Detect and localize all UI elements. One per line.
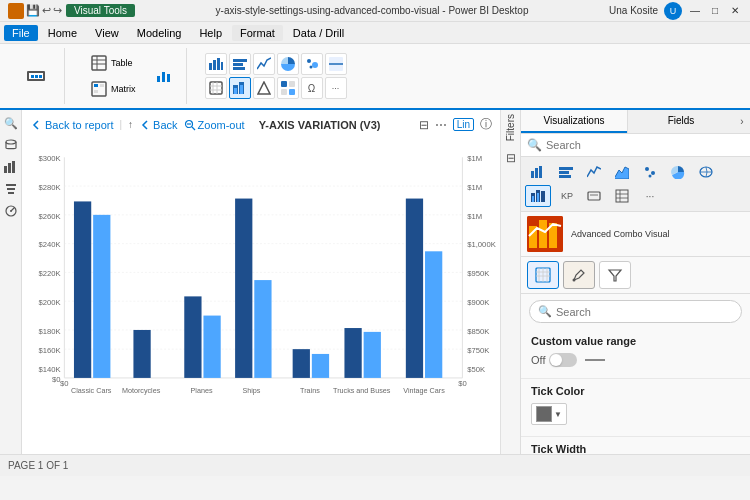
svg-rect-120 xyxy=(537,193,539,202)
vis-search-icon: 🔍 xyxy=(527,138,542,152)
vis-btn-5[interactable] xyxy=(301,53,323,75)
sidebar-icon-chart[interactable] xyxy=(2,158,20,176)
vis-btn-2[interactable] xyxy=(229,53,251,75)
vis-btn-10[interactable] xyxy=(277,77,299,99)
sidebar-icon-format[interactable] xyxy=(2,180,20,198)
filters-label: Filters xyxy=(505,114,516,141)
ribbon-btn-insert-matrix[interactable]: Matrix xyxy=(85,77,142,101)
tick-color-row: ▼ xyxy=(531,403,740,425)
main-content: 🔍 Back to report | ↑ Back xyxy=(0,110,750,454)
svg-rect-93 xyxy=(344,328,361,378)
svg-text:$180K: $180K xyxy=(38,327,61,336)
svg-text:$50K: $50K xyxy=(467,365,486,374)
app-icon xyxy=(8,3,24,19)
format-tab-filter[interactable] xyxy=(599,261,631,289)
sidebar-icon-data[interactable] xyxy=(2,136,20,154)
svg-rect-43 xyxy=(4,166,7,173)
vis-btn-3[interactable] xyxy=(253,53,275,75)
menu-home[interactable]: Home xyxy=(40,25,85,41)
info-icon[interactable]: ⓘ xyxy=(480,116,492,133)
menu-format[interactable]: Format xyxy=(232,25,283,41)
vis-icon-pie[interactable] xyxy=(665,161,691,183)
vis-btn-8[interactable] xyxy=(229,77,251,99)
menu-modeling[interactable]: Modeling xyxy=(129,25,190,41)
maximize-button[interactable]: □ xyxy=(708,4,722,18)
back-button[interactable]: Back xyxy=(139,119,177,131)
vis-icon-table[interactable] xyxy=(609,185,635,207)
sidebar-icon-search[interactable]: 🔍 xyxy=(2,114,20,132)
ribbon-btn-chart[interactable] xyxy=(150,64,178,88)
format-tab-paint[interactable] xyxy=(563,261,595,289)
format-tabs xyxy=(521,257,750,294)
format-tab-fields[interactable] xyxy=(527,261,559,289)
filter-funnel-icon[interactable]: ⊟ xyxy=(506,151,516,165)
vis-icon-more[interactable]: ··· xyxy=(637,185,663,207)
ellipsis-icon[interactable]: ⋯ xyxy=(435,118,447,132)
ribbon-group-2: Table Matrix xyxy=(77,48,187,104)
vis-btn-6[interactable] xyxy=(325,53,347,75)
vis-icon-map[interactable] xyxy=(693,161,719,183)
svg-text:$200K: $200K xyxy=(38,298,61,307)
svg-text:$240K: $240K xyxy=(38,240,61,249)
sidebar-icon-analytics[interactable] xyxy=(2,202,20,220)
ribbon-btn-1[interactable] xyxy=(16,58,56,94)
page-indicator: PAGE 1 OF 1 xyxy=(8,460,68,471)
vis-search-input[interactable] xyxy=(546,139,744,151)
vis-icon-hbar[interactable] xyxy=(553,161,579,183)
svg-text:$140K: $140K xyxy=(38,365,61,374)
vis-icon-kpi[interactable]: KPI xyxy=(553,185,579,207)
filters-strip[interactable]: Filters ⊟ xyxy=(500,110,520,454)
svg-rect-90 xyxy=(254,280,271,378)
user-avatar: U xyxy=(664,2,682,20)
filter-icon[interactable]: ⊟ xyxy=(419,118,429,132)
vis-search-bar: 🔍 xyxy=(521,134,750,157)
toggle-off[interactable]: Off xyxy=(531,353,605,367)
svg-rect-48 xyxy=(8,192,14,194)
close-button[interactable]: ✕ xyxy=(728,4,742,18)
menu-help[interactable]: Help xyxy=(191,25,230,41)
svg-rect-108 xyxy=(539,166,542,178)
tab-fields[interactable]: Fields xyxy=(628,110,734,133)
minimize-button[interactable]: — xyxy=(688,4,702,18)
zoom-out-button[interactable]: Zoom-out xyxy=(184,119,245,131)
vis-icon-bar[interactable] xyxy=(525,161,551,183)
vis-icon-line[interactable] xyxy=(581,161,607,183)
svg-rect-4 xyxy=(39,75,42,78)
user-name: Una Kosite xyxy=(609,5,658,16)
svg-text:$160K: $160K xyxy=(38,346,61,355)
back-to-report-button[interactable]: Back to report xyxy=(30,119,113,131)
svg-rect-85 xyxy=(93,215,110,378)
menu-file[interactable]: File xyxy=(4,25,38,41)
vis-name: Advanced Combo Visual xyxy=(571,229,669,239)
title-bar-left: 💾 ↩ ↪ Visual Tools xyxy=(8,3,135,19)
menu-view[interactable]: View xyxy=(87,25,127,41)
vis-btn-1[interactable] xyxy=(205,53,227,75)
ribbon-btn-insert-table[interactable]: Table xyxy=(85,51,142,75)
vis-btn-9[interactable] xyxy=(253,77,275,99)
tab-visualizations[interactable]: Visualizations xyxy=(521,110,627,133)
vis-icon-scatter[interactable] xyxy=(637,161,663,183)
toggle-thumb xyxy=(550,354,562,366)
svg-marker-141 xyxy=(609,270,621,281)
panel-expand-icon[interactable]: › xyxy=(734,110,750,133)
svg-text:Motorcycles: Motorcycles xyxy=(122,386,161,395)
title-right: Una Kosite U — □ ✕ xyxy=(609,2,742,20)
svg-rect-47 xyxy=(7,188,15,190)
format-search-input[interactable] xyxy=(556,306,733,318)
svg-text:Classic Cars: Classic Cars xyxy=(71,386,112,395)
vis-btn-4[interactable] xyxy=(277,53,299,75)
vis-icon-combo[interactable] xyxy=(525,185,551,207)
vis-btn-11[interactable]: Ω xyxy=(301,77,323,99)
svg-rect-44 xyxy=(8,163,11,173)
vis-icons-row: KPI ··· xyxy=(521,157,750,212)
toggle-track[interactable] xyxy=(549,353,577,367)
vis-icon-card[interactable] xyxy=(581,185,607,207)
vis-btn-7[interactable] xyxy=(205,77,227,99)
vis-btn-12[interactable]: ··· xyxy=(325,77,347,99)
svg-rect-94 xyxy=(364,332,381,378)
svg-rect-110 xyxy=(559,171,569,174)
menu-data-drill[interactable]: Data / Drill xyxy=(285,25,352,41)
tick-color-picker[interactable]: ▼ xyxy=(531,403,567,425)
vis-icon-area[interactable] xyxy=(609,161,635,183)
svg-text:$900K: $900K xyxy=(467,298,490,307)
